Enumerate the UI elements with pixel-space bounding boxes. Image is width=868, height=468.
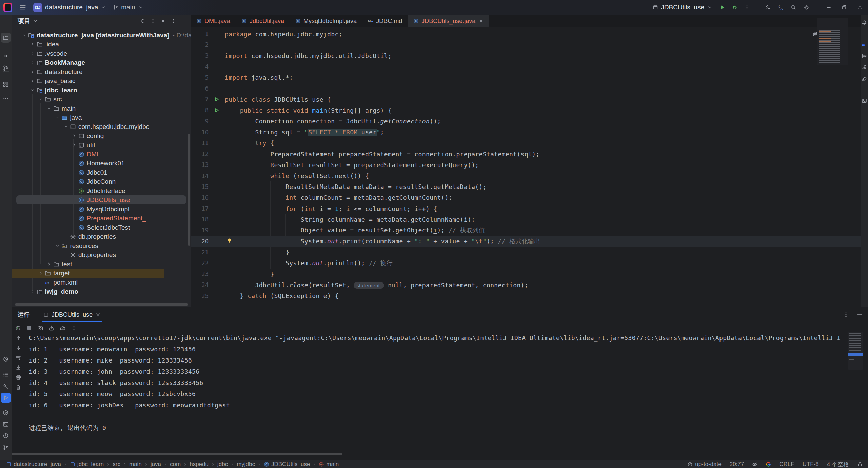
chevron-right-icon[interactable] (29, 70, 36, 74)
tree-item-datastructure[interactable]: datastructure (12, 67, 191, 76)
gauge-icon[interactable] (60, 325, 66, 331)
tree-item-test[interactable]: test (12, 259, 191, 269)
tree-item-util[interactable]: util (12, 140, 191, 150)
tree-item-resources[interactable]: resources (12, 241, 191, 250)
code-line-5[interactable]: 5import java.sql.*; (191, 72, 861, 83)
code-line-13[interactable]: 13 ResultSet resultSet = preparedStateme… (191, 159, 861, 170)
tool-stripe-services[interactable] (1, 408, 11, 418)
chevron-down-icon[interactable] (54, 243, 61, 248)
tool-stripe-more-h[interactable] (1, 94, 11, 104)
breadcrumb-jdbc_learn[interactable]: jdbc_learn (70, 461, 104, 468)
vertical-scrollbar[interactable] (188, 134, 190, 246)
tree-item-src[interactable]: src (12, 95, 191, 104)
editor-tab-MysqlJdbcImpl.java[interactable]: CMysqlJdbcImpl.java (290, 15, 362, 27)
tool-stripe-hammer[interactable] (1, 381, 11, 391)
person-add-icon[interactable] (765, 5, 770, 10)
tool-stripe-problems[interactable] (1, 431, 11, 441)
chevron-down-icon[interactable] (54, 115, 61, 120)
tool-stripe-run[interactable] (1, 393, 11, 403)
code-line-9[interactable]: 9 Connection connection = JdbcUtil.getCo… (191, 116, 861, 127)
status-widget-4 个空格[interactable]: 4 个空格 (827, 461, 849, 468)
status-widget-CRLF[interactable]: CRLF (779, 461, 794, 468)
breadcrumb-jdbc[interactable]: jdbc (217, 461, 228, 468)
breadcrumb-main[interactable]: main (129, 461, 142, 468)
code-line-25[interactable]: 25 } catch (SQLException e) { (191, 291, 861, 301)
close-icon[interactable] (479, 19, 484, 23)
tree-item-MysqlJdbcImpl[interactable]: CMysqlJdbcImpl (12, 204, 191, 214)
chevron-down-icon[interactable] (37, 97, 44, 101)
scroll-end-icon[interactable] (15, 365, 21, 371)
tool-stripe-gradle[interactable] (861, 64, 868, 71)
status-widget-20:77[interactable]: 20:77 (730, 461, 744, 468)
editor-tab-DML.java[interactable]: CDML.java (191, 15, 236, 27)
chevron-down-icon[interactable] (21, 33, 27, 37)
chevron-right-icon[interactable] (29, 60, 36, 65)
run-configuration-select[interactable]: JDBCUtils_use (653, 4, 712, 11)
breadcrumb-hspedu[interactable]: hspedu (190, 461, 209, 468)
code-line-2[interactable]: 2 (191, 39, 861, 50)
tree-item-SelectJdbcTest[interactable]: CSelectJdbcTest (12, 223, 191, 232)
editor-tab-JDBC.md[interactable]: MJDBC.md (362, 15, 408, 27)
breadcrumb-datastructure_java[interactable]: datastructure_java (6, 461, 61, 468)
status-widget-lock[interactable] (857, 462, 863, 467)
code-line-16[interactable]: 16 int columnCount = metaData.getColumnC… (191, 192, 861, 203)
tool-stripe-todo[interactable] (1, 370, 11, 380)
project-switcher[interactable]: DJ datastructure_java (33, 3, 106, 12)
tree-item-datastructure_java[interactable]: datastructure_java [datastructureWithJav… (12, 31, 191, 40)
project-panel-title[interactable]: 项目 (18, 17, 38, 25)
tool-stripe-commit[interactable] (1, 51, 11, 61)
status-widget-up-to-date[interactable]: up-to-date (687, 461, 722, 468)
code-line-12[interactable]: 12 PreparedStatement preparedStatement =… (191, 149, 861, 159)
tree-item-pom.xml[interactable]: mpom.xml (12, 278, 191, 287)
code-line-22[interactable]: 22 System.out.println(); // 换行 (191, 258, 861, 269)
code-viewport[interactable]: 1package com.hspedu.jdbc.myjdbc;23import… (191, 28, 861, 307)
up-icon[interactable] (15, 335, 21, 341)
bug-icon[interactable] (732, 5, 737, 10)
expand-icon[interactable] (150, 18, 156, 24)
chevron-right-icon[interactable] (29, 79, 36, 83)
run-gutter-icon[interactable] (214, 108, 219, 113)
trash-icon[interactable] (15, 384, 21, 390)
intention-bulb-icon[interactable] (227, 238, 232, 243)
tool-stripe-folder[interactable] (1, 33, 11, 43)
horizontal-scrollbar[interactable] (15, 303, 188, 306)
chevron-right-icon[interactable] (71, 143, 78, 147)
breadcrumb-JDBCUtils_use[interactable]: CJDBCUtils_use (264, 461, 310, 468)
chevron-right-icon[interactable] (29, 42, 36, 46)
chevron-down-icon[interactable] (46, 106, 53, 111)
tree-item-java[interactable]: java (12, 113, 191, 122)
breadcrumb-java[interactable]: java (151, 461, 161, 468)
main-menu-icon[interactable] (19, 4, 26, 11)
tool-stripe-database[interactable] (861, 52, 868, 60)
import-icon[interactable] (48, 325, 55, 331)
vcs-branch-widget[interactable]: main (113, 4, 143, 11)
breadcrumb-com[interactable]: com (170, 461, 181, 468)
code-line-14[interactable]: 14 while (resultSet.next()) { (191, 170, 861, 181)
console-horizontal-scrollbar[interactable] (12, 453, 342, 455)
tool-stripe-bell[interactable] (861, 19, 868, 26)
tool-stripe-terminal[interactable] (1, 419, 11, 429)
tree-item-com.hspedu.jdbc.myjdbc[interactable]: com.hspedu.jdbc.myjdbc (12, 122, 191, 131)
breadcrumb-main[interactable]: mmain (319, 461, 339, 468)
tree-item-JdbcInterface[interactable]: IJdbcInterface (12, 186, 191, 195)
close-icon[interactable] (857, 5, 863, 10)
code-line-6[interactable]: 6 (191, 83, 861, 94)
code-line-15[interactable]: 15 ResultSetMetaData metaData = resultSe… (191, 181, 861, 192)
editor-minimap[interactable] (817, 18, 848, 65)
code-line-18[interactable]: 18 String columnName = metaData.getColum… (191, 214, 861, 225)
rerun-icon[interactable] (15, 325, 21, 331)
code-line-3[interactable]: 3import com.hspedu.jdbc.myjdbc.util.Jdbc… (191, 50, 861, 61)
camera-icon[interactable] (37, 325, 43, 331)
tree-item-Homework01[interactable]: CHomework01 (12, 159, 191, 168)
code-line-19[interactable]: 19 Object value = resultSet.getObject(i)… (191, 225, 861, 236)
tree-item-lwjg_demo[interactable]: lwjg_demo (12, 287, 191, 296)
chevron-right-icon[interactable] (29, 51, 36, 56)
breadcrumb-src[interactable]: src (113, 461, 120, 468)
translate-icon[interactable]: 文A (778, 5, 783, 10)
status-widget-eye-slash[interactable] (752, 462, 757, 467)
code-line-21[interactable]: 21 } (191, 247, 861, 258)
code-line-20[interactable]: 20 System.out.print(columnName + ": " + … (191, 236, 861, 247)
code-line-1[interactable]: 1package com.hspedu.jdbc.myjdbc; (191, 28, 861, 39)
more-v-icon[interactable] (171, 18, 176, 24)
tree-item-target[interactable]: target (12, 269, 164, 278)
